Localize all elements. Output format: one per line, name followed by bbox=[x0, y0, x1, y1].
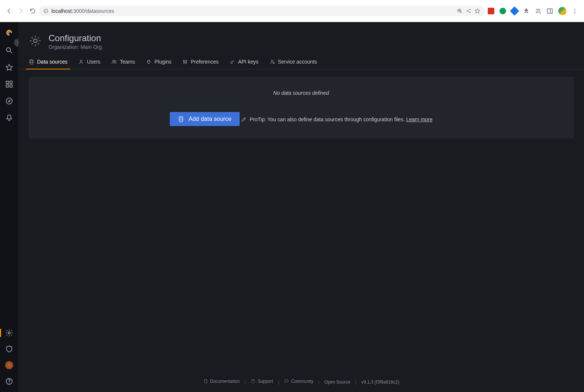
page-header: Configuration Organization: Main Org. bbox=[18, 22, 584, 50]
svg-point-43 bbox=[179, 116, 183, 118]
extensions-icon[interactable] bbox=[523, 8, 530, 14]
reading-list-icon[interactable] bbox=[535, 8, 541, 14]
side-panel-icon[interactable] bbox=[547, 8, 553, 14]
footer-label: Open Source bbox=[324, 380, 350, 385]
share-icon[interactable] bbox=[466, 8, 472, 14]
tabs: Data sources Users Teams Plugins Prefere… bbox=[18, 50, 584, 69]
tab-api-keys[interactable]: API keys bbox=[230, 59, 258, 69]
protip-prefix: ProTip: You can also define data sources… bbox=[250, 116, 406, 122]
add-button-label: Add data source bbox=[189, 116, 232, 122]
search-icon[interactable] bbox=[5, 46, 13, 54]
zoom-icon[interactable] bbox=[457, 8, 463, 14]
footer-support-link[interactable]: Support bbox=[251, 379, 273, 384]
document-icon bbox=[203, 379, 208, 384]
main-content: Configuration Organization: Main Org. Da… bbox=[18, 22, 584, 392]
user-icon bbox=[78, 59, 84, 65]
extension-3-icon[interactable] bbox=[510, 6, 519, 15]
svg-point-40 bbox=[186, 60, 187, 61]
browser-right-icons bbox=[488, 7, 580, 15]
configuration-icon[interactable] bbox=[5, 329, 13, 337]
page-body: No data sources defined Add data source … bbox=[18, 69, 584, 139]
add-data-source-button[interactable]: Add data source bbox=[170, 112, 240, 126]
tab-label: Service accounts bbox=[278, 59, 317, 65]
footer-separator: | bbox=[278, 380, 279, 385]
footer-label: v9.1.3 (f3f9a818c2) bbox=[361, 380, 399, 385]
tab-label: Preferences bbox=[191, 59, 218, 65]
user-avatar-icon[interactable] bbox=[5, 361, 13, 369]
svg-rect-25 bbox=[10, 85, 12, 87]
footer-opensource-link[interactable]: Open Source bbox=[324, 380, 350, 385]
footer-label: Community bbox=[291, 379, 314, 384]
svg-line-21 bbox=[10, 51, 12, 53]
svg-line-4 bbox=[461, 12, 462, 13]
svg-point-32 bbox=[80, 60, 82, 62]
svg-point-29 bbox=[9, 383, 9, 383]
footer: Documentation | Support | Community | Op… bbox=[18, 372, 584, 392]
admin-icon[interactable] bbox=[5, 345, 13, 353]
sidebar-active-indicator bbox=[0, 329, 1, 337]
grafana-app: Configuration Organization: Main Org. Da… bbox=[0, 22, 584, 392]
explore-icon[interactable] bbox=[5, 97, 13, 105]
address-bar[interactable]: localhost:3000/datasources bbox=[39, 6, 485, 16]
help-icon[interactable] bbox=[5, 377, 13, 385]
footer-version: v9.1.3 (f3f9a818c2) bbox=[361, 380, 399, 385]
tab-plugins[interactable]: Plugins bbox=[146, 59, 171, 69]
svg-rect-23 bbox=[10, 81, 12, 83]
browser-nav bbox=[4, 8, 36, 14]
footer-separator: | bbox=[245, 380, 246, 385]
users-icon bbox=[111, 59, 117, 65]
tab-teams[interactable]: Teams bbox=[111, 59, 135, 69]
protip-text: ProTip: You can also define data sources… bbox=[241, 116, 433, 122]
svg-point-30 bbox=[33, 39, 37, 43]
svg-point-31 bbox=[30, 60, 33, 61]
svg-line-10 bbox=[467, 10, 469, 11]
rocket-icon bbox=[241, 117, 247, 122]
database-icon bbox=[29, 59, 34, 65]
extension-1-icon[interactable] bbox=[488, 8, 494, 14]
svg-rect-15 bbox=[547, 9, 552, 13]
reload-icon[interactable] bbox=[29, 8, 36, 14]
svg-point-7 bbox=[467, 11, 468, 12]
starred-icon[interactable] bbox=[5, 63, 13, 71]
url-path: 3000/datasources bbox=[73, 8, 114, 14]
service-icon bbox=[269, 59, 275, 65]
profile-avatar-icon[interactable] bbox=[558, 7, 566, 15]
tab-users[interactable]: Users bbox=[78, 59, 100, 69]
gear-icon bbox=[29, 34, 42, 49]
dashboards-icon[interactable] bbox=[5, 80, 13, 88]
tab-label: Teams bbox=[120, 59, 135, 65]
back-icon[interactable] bbox=[6, 8, 12, 14]
grafana-logo-icon[interactable] bbox=[5, 29, 13, 37]
support-icon bbox=[251, 379, 255, 384]
page-subtitle: Organization: Main Org. bbox=[49, 44, 103, 50]
svg-point-2 bbox=[46, 10, 46, 10]
info-icon bbox=[43, 8, 49, 14]
tab-preferences[interactable]: Preferences bbox=[182, 59, 218, 69]
footer-community-link[interactable]: Community bbox=[284, 379, 314, 384]
star-icon[interactable] bbox=[474, 8, 480, 14]
footer-label: Documentation bbox=[210, 379, 240, 384]
protip-learn-more-link[interactable]: Learn more bbox=[406, 116, 433, 122]
tab-label: Data sources bbox=[37, 59, 67, 65]
extension-2-icon[interactable] bbox=[499, 8, 506, 14]
svg-point-26 bbox=[6, 98, 12, 104]
page-title: Configuration bbox=[49, 33, 103, 43]
svg-point-27 bbox=[8, 332, 10, 334]
alerting-icon[interactable] bbox=[5, 114, 13, 122]
address-url-text: localhost:3000/datasources bbox=[51, 8, 454, 14]
footer-documentation-link[interactable]: Documentation bbox=[203, 379, 240, 384]
empty-message: No data sources defined bbox=[36, 90, 566, 96]
svg-point-19 bbox=[574, 12, 576, 14]
svg-point-39 bbox=[184, 62, 186, 63]
svg-point-20 bbox=[7, 48, 11, 52]
sliders-icon bbox=[182, 59, 188, 65]
svg-point-9 bbox=[470, 12, 471, 13]
forward-icon[interactable] bbox=[18, 8, 24, 14]
tab-service-accounts[interactable]: Service accounts bbox=[269, 59, 317, 69]
svg-rect-24 bbox=[6, 85, 8, 87]
svg-point-8 bbox=[470, 9, 471, 10]
svg-point-17 bbox=[574, 8, 576, 10]
tab-data-sources[interactable]: Data sources bbox=[29, 59, 67, 69]
chrome-menu-icon[interactable] bbox=[572, 8, 578, 14]
browser-toolbar: localhost:3000/datasources bbox=[0, 0, 584, 22]
